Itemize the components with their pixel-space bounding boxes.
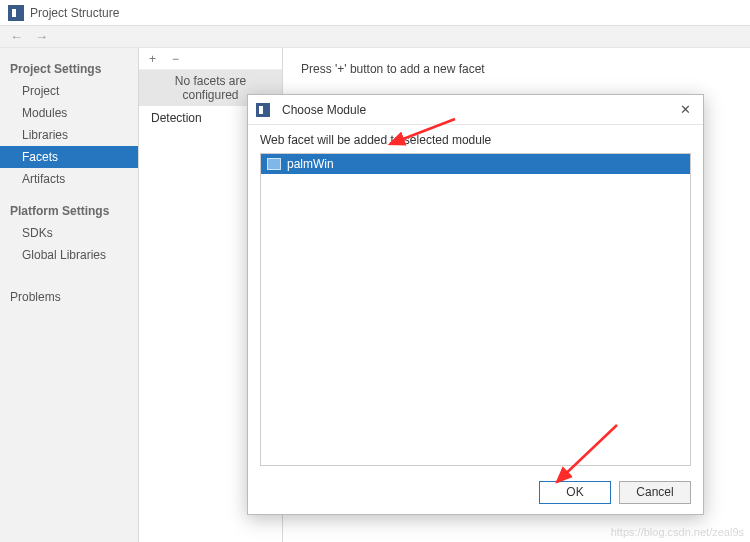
sidebar-item-facets[interactable]: Facets <box>0 146 138 168</box>
sidebar: Project Settings Project Modules Librari… <box>0 48 139 542</box>
sidebar-heading-project-settings: Project Settings <box>0 58 138 80</box>
sidebar-item-project[interactable]: Project <box>0 80 138 102</box>
close-icon[interactable]: ✕ <box>676 100 695 119</box>
svg-rect-1 <box>12 9 16 17</box>
back-icon[interactable]: ← <box>10 29 23 44</box>
title-bar: Project Structure <box>0 0 750 26</box>
dialog-button-row: OK Cancel <box>248 474 703 514</box>
dialog-title-bar[interactable]: Choose Module ✕ <box>248 95 703 125</box>
add-facet-button[interactable]: + <box>149 52 156 66</box>
sidebar-item-sdks[interactable]: SDKs <box>0 222 138 244</box>
remove-facet-button[interactable]: − <box>172 52 179 66</box>
dialog-message: Web facet will be added to selected modu… <box>260 133 691 147</box>
cancel-button[interactable]: Cancel <box>619 481 691 504</box>
watermark: https://blog.csdn.net/zeal9s <box>611 526 744 538</box>
app-icon <box>8 5 24 21</box>
right-panel-hint: Press '+' button to add a new facet <box>301 62 732 76</box>
module-list-item[interactable]: palmWin <box>261 154 690 174</box>
sidebar-item-libraries[interactable]: Libraries <box>0 124 138 146</box>
ok-button[interactable]: OK <box>539 481 611 504</box>
choose-module-dialog: Choose Module ✕ Web facet will be added … <box>247 94 704 515</box>
svg-rect-3 <box>259 106 263 114</box>
forward-icon[interactable]: → <box>35 29 48 44</box>
sidebar-item-artifacts[interactable]: Artifacts <box>0 168 138 190</box>
dialog-title-text: Choose Module <box>282 103 366 117</box>
sidebar-item-global-libraries[interactable]: Global Libraries <box>0 244 138 266</box>
window-title: Project Structure <box>30 6 119 20</box>
dialog-body: Web facet will be added to selected modu… <box>248 125 703 474</box>
sidebar-item-problems[interactable]: Problems <box>0 286 138 308</box>
nav-row: ← → <box>0 26 750 48</box>
dialog-app-icon <box>256 103 270 117</box>
center-toolbar: + − <box>139 48 282 70</box>
sidebar-item-modules[interactable]: Modules <box>0 102 138 124</box>
module-icon <box>267 158 281 170</box>
module-list[interactable]: palmWin <box>260 153 691 466</box>
sidebar-heading-platform-settings: Platform Settings <box>0 200 138 222</box>
module-name: palmWin <box>287 157 334 171</box>
